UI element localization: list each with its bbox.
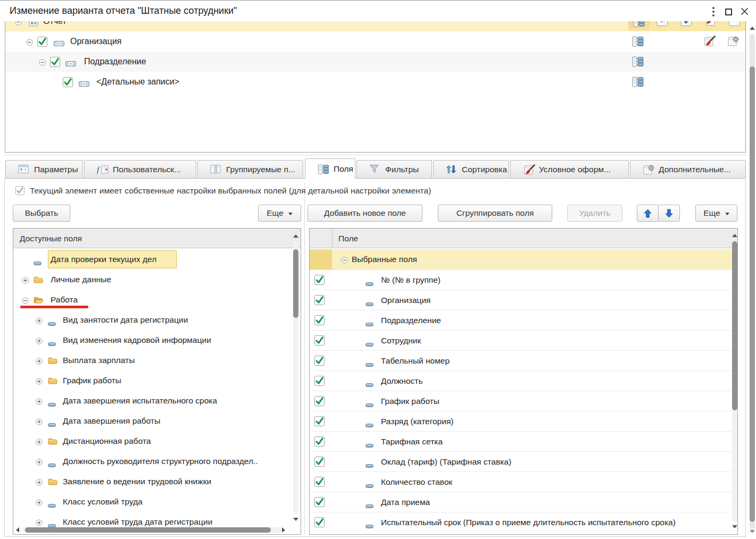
available-field-item[interactable]: Класс условий труда [13,492,301,512]
settings-cell-grouped-table[interactable] [651,21,675,31]
field-checkbox[interactable] [314,436,325,447]
tab-filter[interactable]: Фильтры [356,160,432,178]
tab-fields[interactable]: Поля [305,158,355,179]
add-new-field-button[interactable]: Добавить новое поле [308,205,422,222]
tab-grouped-fields[interactable]: Группируемые п... [197,160,303,178]
settings-cell-conditional-table[interactable] [699,21,723,31]
selected-field-row[interactable]: Сотрудник [310,330,737,350]
available-field-item[interactable]: Личные данные [13,270,301,290]
expand-icon[interactable] [36,357,43,364]
move-down-button[interactable] [658,205,680,222]
settings-cell-plain-table[interactable] [723,21,746,31]
expand-icon[interactable] [36,438,43,445]
scroll-down-icon[interactable] [750,530,755,533]
field-checkbox[interactable] [314,517,325,527]
maximize-icon[interactable] [725,9,732,15]
scroll-thumb[interactable] [293,249,298,318]
available-field-item[interactable]: График работы [13,370,301,391]
structure-tree-row[interactable]: <Детальные записи> [5,72,746,92]
horizontal-splitter[interactable] [4,155,746,155]
selected-field-row[interactable]: Испытательный срок (Приказ о приеме длит… [310,512,737,532]
tab-sort[interactable]: Сортировка [433,160,509,178]
selected-fields-root-row[interactable]: Выбранные поля [310,249,737,270]
field-checkbox[interactable] [314,356,325,366]
tab-parameters[interactable]: Параметры [5,160,83,178]
tab-user-fields[interactable]: fПользовательск... [84,160,196,178]
expand-icon[interactable] [36,458,43,465]
collapse-icon[interactable] [15,21,22,25]
selected-field-row[interactable]: Табельный номер [310,350,737,370]
own-settings-checkbox[interactable] [15,186,24,196]
available-field-item[interactable]: Дата завершения испытательного срока [13,391,301,411]
expand-icon[interactable] [36,499,43,506]
field-checkbox[interactable] [314,497,325,507]
structure-icon[interactable] [632,56,644,68]
row-checkbox[interactable] [50,57,60,67]
tab-conditional[interactable]: Условное оформ... [510,160,629,178]
structure-icon[interactable] [632,76,644,88]
row-checkbox[interactable] [63,77,73,87]
field-checkbox[interactable] [314,416,325,426]
field-checkbox[interactable] [314,396,325,406]
delete-button[interactable]: Удалить [567,205,622,222]
scroll-left-icon[interactable] [16,527,19,533]
field-checkbox[interactable] [314,477,325,487]
window-vscrollbar[interactable] [750,23,755,537]
scroll-down-icon[interactable] [293,518,298,521]
expand-icon[interactable] [36,519,43,526]
settings-cell-sort-table[interactable] [675,21,699,31]
row-checkbox[interactable] [37,37,47,47]
field-checkbox[interactable] [314,275,325,285]
selected-field-row[interactable]: Организация [310,290,737,310]
conditional-brush-icon[interactable] [703,36,715,47]
expand-icon[interactable] [36,377,43,384]
field-checkbox[interactable] [314,376,325,386]
table-gear-icon[interactable] [727,36,739,47]
scroll-thumb[interactable] [750,66,755,522]
expand-icon[interactable] [22,276,29,283]
vertical-splitter[interactable] [304,183,305,534]
more-button-right[interactable]: Еще [695,205,737,222]
available-field-item[interactable]: Вид изменения кадровой информации [13,330,301,350]
expand-icon[interactable] [36,478,43,485]
collapse-icon[interactable] [341,256,348,263]
field-checkbox[interactable] [314,295,325,305]
available-field-item[interactable]: Вид занятости дата регистрации [13,310,301,330]
selected-field-row[interactable]: Тарифная сетка [310,431,737,451]
selected-field-row[interactable]: Дата приема [310,492,737,512]
structure-tree-row[interactable]: Организация [5,31,746,52]
collapse-icon[interactable] [22,297,29,304]
expand-icon[interactable] [36,317,43,324]
select-button[interactable]: Выбрать [13,205,70,222]
scroll-right-icon[interactable] [282,527,285,533]
selected-field-row[interactable]: Оклад (тариф) (Тарифная ставка) [310,451,737,471]
available-field-item[interactable]: Дата завершения работы [13,411,301,431]
selected-field-row[interactable]: График работы [310,391,737,411]
more-button-left[interactable]: Еще [258,205,301,222]
structure-tree-row[interactable]: Подразделение [5,52,746,72]
structure-tree-row[interactable]: Отчет [5,21,746,31]
expand-icon[interactable] [36,418,43,425]
field-checkbox[interactable] [314,457,325,467]
settings-cell-fields-structure[interactable] [628,21,650,31]
collapse-icon[interactable] [26,38,33,45]
selected-field-row[interactable]: Должность [310,370,737,391]
available-field-item[interactable]: Дата проверки текущих дел [13,249,301,270]
field-checkbox[interactable] [314,315,325,325]
structure-icon[interactable] [632,36,644,47]
expand-icon[interactable] [36,398,43,405]
available-field-item[interactable]: Выплата зарплаты [13,350,301,370]
close-icon[interactable] [741,7,749,15]
collapse-icon[interactable] [39,58,46,65]
selected-field-row[interactable]: № (№ в группе) [310,270,737,290]
field-checkbox[interactable] [314,335,325,346]
window-menu-dots-icon[interactable] [710,6,717,17]
selected-field-row[interactable]: Количество ставок [310,471,737,492]
scroll-thumb[interactable] [25,527,271,533]
available-field-item[interactable]: Должность руководителя структурного подр… [13,451,301,471]
selected-field-row[interactable]: Подразделение [310,310,737,330]
expand-icon[interactable] [36,337,43,344]
scroll-up-icon[interactable] [293,234,298,238]
scroll-down-icon[interactable] [732,525,737,528]
scroll-up-icon[interactable] [732,234,737,237]
